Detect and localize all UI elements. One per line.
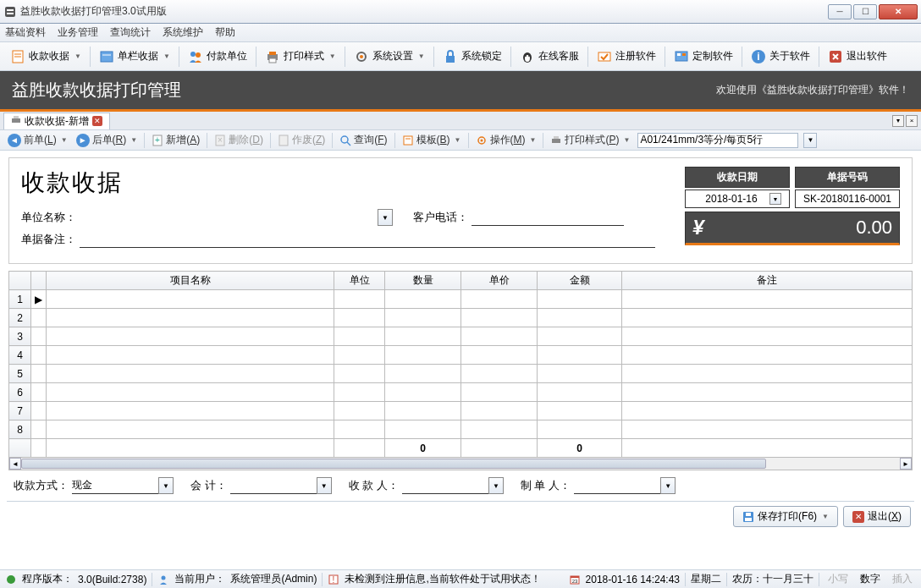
menu-maintain[interactable]: 系统维护: [163, 25, 203, 40]
svg-rect-28: [14, 116, 19, 118]
svg-point-9: [196, 52, 201, 58]
scroll-right-icon[interactable]: ►: [900, 458, 912, 470]
svg-line-35: [347, 142, 350, 146]
date-input[interactable]: [693, 193, 769, 205]
sum-row: 0 0: [9, 439, 913, 458]
void-button[interactable]: 作废(Z): [273, 131, 329, 149]
svg-rect-40: [552, 139, 560, 143]
system-lock-button[interactable]: 系统锁定: [438, 47, 507, 67]
document-header: 收款收据 单位名称： ▼ 客户电话： 单据备注： 收款日期: [8, 157, 913, 264]
col-item[interactable]: 项目名称: [47, 272, 334, 290]
payer-button[interactable]: 付款单位: [183, 47, 252, 67]
accountant-input[interactable]: [230, 477, 317, 494]
app-icon: [3, 5, 17, 19]
prev-button[interactable]: ◄前单(L)▼: [3, 131, 72, 149]
menu-basic[interactable]: 基础资料: [5, 25, 46, 40]
user-value: 系统管理员(Admin): [230, 572, 317, 586]
print-style-button[interactable]: 打印样式▼: [260, 47, 341, 67]
table-row[interactable]: 8: [9, 420, 913, 439]
void-icon: [278, 135, 290, 146]
svg-rect-11: [269, 52, 276, 55]
maker-dropdown[interactable]: ▼: [660, 477, 676, 494]
table-row[interactable]: 4: [9, 346, 913, 365]
app-title: 益胜收款收据打印管理: [12, 79, 181, 102]
svg-rect-36: [404, 136, 412, 145]
row-number: 7: [9, 402, 31, 420]
col-remark[interactable]: 备注: [622, 272, 913, 290]
version-label: 程序版本：: [22, 572, 73, 586]
system-settings-button[interactable]: 系统设置▼: [349, 47, 430, 67]
paytype-dropdown[interactable]: ▼: [158, 477, 174, 494]
print-style-select[interactable]: [637, 133, 798, 148]
maker-input[interactable]: [574, 477, 660, 494]
printer-icon: [11, 115, 21, 128]
people-icon: [188, 49, 203, 64]
horizontal-scrollbar[interactable]: ◄ ►: [8, 458, 913, 470]
print-style-dropdown[interactable]: ▼: [803, 133, 817, 148]
template-button[interactable]: 模板(B)▼: [398, 131, 466, 149]
custom-button[interactable]: 定制软件: [669, 47, 738, 67]
amount-value: 0.00: [703, 217, 892, 239]
row-number: 4: [9, 346, 31, 365]
company-label: 单位名称：: [21, 210, 76, 225]
svg-point-14: [360, 55, 363, 58]
table-row[interactable]: 5: [9, 365, 913, 383]
online-service-button[interactable]: 在线客服: [515, 47, 584, 67]
exit-button[interactable]: 退出软件: [823, 47, 892, 67]
single-receipt-button[interactable]: 单栏收据▼: [94, 47, 175, 67]
accountant-dropdown[interactable]: ▼: [317, 477, 332, 494]
table-row[interactable]: 7: [9, 402, 913, 420]
add-icon: +: [152, 135, 163, 146]
company-input[interactable]: [80, 209, 378, 226]
table-row[interactable]: 2: [9, 309, 913, 327]
bottom-fields: 收款方式： ▼ 会 计： ▼ 收 款 人： ▼ 制 单 人： ▼: [0, 470, 921, 501]
table-row[interactable]: 6: [9, 383, 913, 402]
menu-help[interactable]: 帮助: [215, 25, 235, 40]
remark-input[interactable]: [80, 231, 655, 248]
table-row[interactable]: 3: [9, 327, 913, 346]
add-button[interactable]: +新增(A): [147, 131, 204, 149]
minimize-button[interactable]: ─: [828, 4, 852, 19]
tab-close-icon[interactable]: ✕: [92, 116, 102, 126]
paytype-input[interactable]: [72, 477, 158, 494]
scroll-thumb[interactable]: [21, 459, 766, 469]
exit-icon: [828, 49, 843, 64]
col-unit[interactable]: 单位: [334, 272, 385, 290]
print-style-sub-button[interactable]: 打印样式(P)▼: [546, 131, 634, 149]
statusbar: 程序版本： 3.0(Build:2738) 当前用户： 系统管理员(Admin)…: [0, 569, 921, 588]
close-button[interactable]: ✕: [879, 4, 918, 19]
delete-button[interactable]: ×删除(D): [210, 131, 267, 149]
menu-query[interactable]: 查询统计: [110, 25, 151, 40]
tab-dropdown-button[interactable]: ▾: [892, 115, 904, 127]
tab-receipt-new[interactable]: 收款收据-新增 ✕: [3, 113, 110, 129]
tab-close-all-button[interactable]: ×: [906, 115, 918, 127]
menubar: 基础资料 业务管理 查询统计 系统维护 帮助: [0, 24, 921, 42]
col-qty[interactable]: 数量: [385, 272, 461, 290]
receipt-button[interactable]: 收款收据▼: [5, 47, 86, 67]
company-dropdown[interactable]: ▼: [378, 209, 393, 226]
phone-input[interactable]: [472, 209, 624, 226]
col-price[interactable]: 单价: [461, 272, 538, 290]
about-button[interactable]: i关于软件: [746, 47, 815, 67]
operate-button[interactable]: 操作(M)▼: [472, 131, 541, 149]
save-print-button[interactable]: 保存打印(F6) ▼: [733, 506, 838, 527]
receiver-dropdown[interactable]: ▼: [488, 477, 504, 494]
amount-box: ¥ 0.00: [685, 212, 900, 245]
info-icon: i: [751, 49, 766, 64]
weekday: 星期二: [691, 572, 721, 586]
menu-business[interactable]: 业务管理: [58, 25, 98, 40]
accountant-label: 会 计：: [190, 478, 227, 493]
receiver-input[interactable]: [402, 477, 488, 494]
svg-rect-50: [571, 576, 579, 578]
next-button[interactable]: ►后单(R)▼: [72, 131, 142, 149]
exit-action-button[interactable]: ✕ 退出(X): [843, 506, 911, 527]
maximize-button[interactable]: ☐: [853, 4, 877, 19]
receipt-icon: [10, 49, 25, 64]
scroll-left-icon[interactable]: ◄: [9, 458, 21, 470]
query-button[interactable]: 查询(F): [335, 131, 391, 149]
svg-text:!: !: [333, 575, 335, 585]
col-amount[interactable]: 金额: [538, 272, 622, 290]
table-row[interactable]: 1▶: [9, 290, 913, 309]
register-button[interactable]: 注册软件: [592, 47, 661, 67]
date-dropdown[interactable]: ▼: [769, 193, 781, 205]
